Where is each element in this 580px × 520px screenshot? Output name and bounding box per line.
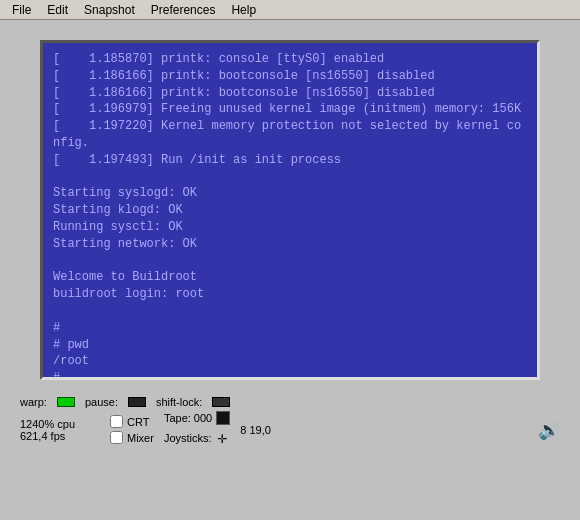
terminal-line: [ 1.185870] printk: console [ttyS0] enab… [53, 51, 527, 68]
terminal-line: # [53, 320, 527, 337]
main-area: [ 1.185870] printk: console [ttyS0] enab… [0, 20, 580, 390]
terminal-line: [ 1.186166] printk: bootconsole [ns16550… [53, 68, 527, 85]
shiftlock-led [212, 397, 230, 407]
terminal-line: Welcome to Buildroot [53, 269, 527, 286]
perf-info: 1240% cpu 621,4 fps [20, 418, 100, 442]
coords-label: 8 19,0 [240, 424, 271, 436]
mixer-label: Mixer [127, 432, 154, 444]
terminal-line: Starting network: OK [53, 236, 527, 253]
speaker-icon: 🔊 [538, 421, 560, 441]
crt-checkbox-area[interactable]: CRT [110, 415, 154, 428]
menu-preferences[interactable]: Preferences [143, 1, 224, 19]
coords-col: 8 19,0 [240, 424, 271, 436]
tape-col: Tape: 000 Joysticks: ✛ [164, 411, 230, 448]
terminal-line: buildroot login: root [53, 286, 527, 303]
tape-indicator [216, 411, 230, 425]
terminal-line: Starting klogd: OK [53, 202, 527, 219]
crt-checkbox[interactable] [110, 415, 123, 428]
terminal-line: /root [53, 353, 527, 370]
statusbar: warp: pause: shift-lock: 1240% cpu 621,4… [0, 390, 580, 448]
terminal-line: Running sysctl: OK [53, 219, 527, 236]
terminal-line: [ 1.186166] printk: bootconsole [ns16550… [53, 85, 527, 102]
terminal-screen: [ 1.185870] printk: console [ttyS0] enab… [40, 40, 540, 380]
tape-label: Tape: 000 [164, 412, 212, 424]
terminal-line [53, 253, 527, 270]
fps-label: 621,4 fps [20, 430, 100, 442]
terminal-line [53, 169, 527, 186]
pause-label: pause: [85, 396, 118, 408]
speaker-col: 🔊 [538, 419, 560, 441]
menu-edit[interactable]: Edit [39, 1, 76, 19]
menu-help[interactable]: Help [223, 1, 264, 19]
joystick-row: Joysticks: ✛ [164, 428, 230, 448]
warp-label: warp: [20, 396, 47, 408]
crt-label: CRT [127, 416, 149, 428]
status-row-2: 1240% cpu 621,4 fps CRT Mixer Tape: 000 … [20, 411, 560, 448]
warp-led [57, 397, 75, 407]
status-row-1: warp: pause: shift-lock: [20, 396, 560, 408]
terminal-line: [ 1.197493] Run /init as init process [53, 152, 527, 169]
mixer-checkbox[interactable] [110, 431, 123, 444]
terminal-line: [ 1.197220] Kernel memory protection not… [53, 118, 527, 152]
pause-led [128, 397, 146, 407]
menu-file[interactable]: File [4, 1, 39, 19]
terminal-line: Starting syslogd: OK [53, 185, 527, 202]
tape-row: Tape: 000 [164, 411, 230, 425]
menubar: File Edit Snapshot Preferences Help [0, 0, 580, 20]
terminal-line: # pwd [53, 337, 527, 354]
terminal-line [53, 303, 527, 320]
joysticks-label: Joysticks: [164, 432, 212, 444]
terminal-line: # [53, 370, 527, 380]
terminal-line: [ 1.196979] Freeing unused kernel image … [53, 101, 527, 118]
cpu-label: 1240% cpu [20, 418, 100, 430]
menu-snapshot[interactable]: Snapshot [76, 1, 143, 19]
mixer-checkbox-area[interactable]: Mixer [110, 431, 154, 444]
joystick-icon: ✛ [218, 428, 228, 448]
shiftlock-label: shift-lock: [156, 396, 202, 408]
crt-mixer-col: CRT Mixer [110, 415, 154, 444]
